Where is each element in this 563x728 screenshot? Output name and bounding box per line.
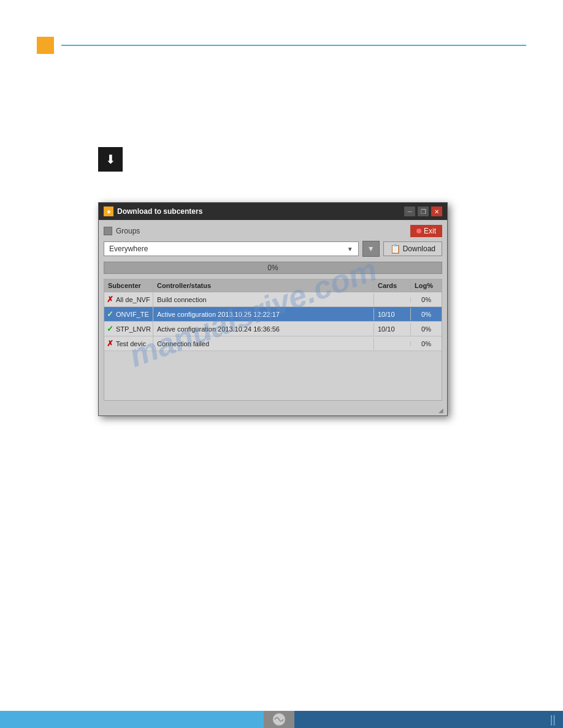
dropdown-arrow-icon: ▼ [347, 246, 353, 252]
exit-label: Exit [424, 227, 436, 235]
col-header-subcenter: Subcenter [104, 279, 153, 292]
row1-subcenter: ✗ All de_NVF [104, 292, 153, 306]
check-icon: ✓ [107, 309, 113, 319]
row1-status-icon: ✗ [107, 295, 113, 304]
download-icon-button[interactable]: ⬇ [98, 147, 123, 172]
groups-label: Groups [116, 227, 140, 235]
dropdown-row: Everywhere ▼ ▼ 📋 Download [104, 241, 442, 257]
row4-subcenter-text: Test devic [116, 340, 146, 347]
table-row[interactable]: ✓ STP_LNVR Active configuration 2013.10.… [104, 322, 442, 336]
close-button[interactable]: ✕ [431, 207, 442, 216]
progress-bar: 0% [104, 262, 442, 274]
footer-right: || [294, 711, 563, 728]
col-header-log: Log% [411, 279, 442, 292]
download-action-label: Download [403, 245, 435, 253]
location-dropdown[interactable]: Everywhere ▼ [104, 241, 359, 256]
window-controls: ─ ❐ ✕ [404, 207, 442, 216]
download-arrow-icon: ⬇ [105, 153, 116, 165]
error-icon: ✗ [107, 339, 113, 348]
check-icon: ✓ [107, 324, 113, 333]
row4-cards [374, 341, 411, 346]
row2-status-icon: ✓ [107, 309, 113, 319]
row2-subcenter: ✓ ONVIF_TE [104, 307, 153, 321]
row3-log: 0% [411, 323, 442, 335]
row4-status-icon: ✗ [107, 339, 113, 348]
footer-divider: || [550, 713, 556, 726]
row2-subcenter-text: ONVIF_TE [116, 311, 149, 318]
col-header-cards: Cards [374, 279, 411, 292]
groups-checkbox[interactable] [104, 227, 112, 235]
orange-accent [37, 37, 54, 54]
row1-cards [374, 297, 411, 302]
row3-subcenter: ✓ STP_LNVR [104, 322, 153, 336]
exit-dot-icon [416, 229, 421, 233]
footer-center [264, 711, 294, 728]
title-bar: ★ Download to subcenters ─ ❐ ✕ [99, 203, 447, 220]
dropdown-expand-button[interactable]: ▼ [362, 241, 380, 257]
row2-controller: Active configuration 2013.10.25 12:22:17 [153, 308, 374, 320]
groups-row: Groups Exit [104, 225, 442, 237]
col-header-controller: Controller/status [153, 279, 374, 292]
dropdown-btn-icon: ▼ [367, 245, 375, 253]
download-page-icon: 📋 [390, 244, 400, 254]
row4-log: 0% [411, 338, 442, 350]
footer-center-icon [270, 712, 288, 727]
dialog-content: Groups Exit Everywhere ▼ ▼ 📋 Download [99, 220, 447, 406]
download-action-button[interactable]: 📋 Download [383, 241, 442, 256]
row1-log: 0% [411, 294, 442, 306]
footer-left [0, 711, 264, 728]
groups-label-area: Groups [104, 227, 140, 235]
row4-controller: Connection failed [153, 338, 374, 350]
row1-subcenter-text: All de_NVF [116, 296, 150, 303]
page-footer: || [0, 711, 563, 728]
row3-cards: 10/10 [374, 323, 411, 335]
error-icon: ✗ [107, 295, 113, 304]
dialog-footer: ◢ [99, 406, 447, 415]
row3-subcenter-text: STP_LNVR [116, 325, 151, 333]
location-value: Everywhere [109, 245, 148, 253]
row3-controller: Active configuration 2013.10.24 16:36:56 [153, 323, 374, 335]
table-row[interactable]: ✗ All de_NVF Build connection 0% [104, 292, 442, 307]
row2-log: 0% [411, 308, 442, 320]
header-divider [61, 45, 526, 46]
dialog-window: ★ Download to subcenters ─ ❐ ✕ Groups Ex… [98, 202, 448, 416]
download-icon-area: ⬇ [98, 147, 123, 172]
row4-subcenter: ✗ Test devic [104, 336, 153, 351]
row1-controller: Build connection [153, 294, 374, 306]
table-header: Subcenter Controller/status Cards Log% [104, 279, 442, 292]
title-bar-icon: ★ [104, 207, 113, 216]
title-bar-left: ★ Download to subcenters [104, 207, 202, 216]
minimize-button[interactable]: ─ [404, 207, 415, 216]
row2-cards: 10/10 [374, 308, 411, 320]
table-row[interactable]: ✓ ONVIF_TE Active configuration 2013.10.… [104, 307, 442, 322]
app-icon: ★ [106, 208, 112, 215]
resize-handle[interactable]: ◢ [439, 407, 446, 414]
progress-text: 0% [267, 264, 278, 272]
table-row[interactable]: ✗ Test devic Connection failed 0% [104, 336, 442, 351]
dialog-title: Download to subcenters [117, 207, 202, 216]
progress-area: 0% [104, 262, 442, 274]
restore-button[interactable]: ❐ [418, 207, 429, 216]
data-table: Subcenter Controller/status Cards Log% ✗… [104, 279, 442, 401]
table-empty-area [104, 351, 442, 400]
page-header [37, 37, 526, 54]
exit-button[interactable]: Exit [410, 225, 442, 237]
row3-status-icon: ✓ [107, 324, 113, 333]
